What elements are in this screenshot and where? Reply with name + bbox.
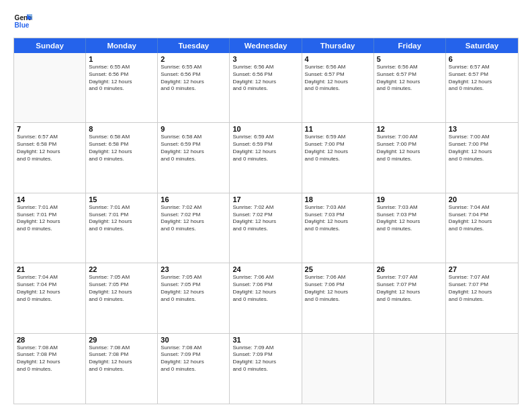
day-number: 6	[449, 55, 515, 63]
calendar-day-cell: 19Sunrise: 7:03 AM Sunset: 7:03 PM Dayli…	[374, 193, 446, 263]
day-info: Sunrise: 7:08 AM Sunset: 7:09 PM Dayligh…	[161, 345, 226, 373]
day-info: Sunrise: 7:07 AM Sunset: 7:07 PM Dayligh…	[449, 274, 515, 303]
day-number: 25	[305, 265, 371, 273]
day-info: Sunrise: 7:02 AM Sunset: 7:02 PM Dayligh…	[232, 204, 298, 233]
day-number: 26	[377, 265, 443, 273]
calendar-day-cell: 1Sunrise: 6:55 AM Sunset: 6:56 PM Daylig…	[86, 53, 158, 122]
day-of-week-header: Friday	[374, 38, 446, 53]
calendar-day-cell: 23Sunrise: 7:05 AM Sunset: 7:05 PM Dayli…	[158, 263, 230, 332]
day-number: 12	[377, 125, 443, 133]
day-info: Sunrise: 6:55 AM Sunset: 6:56 PM Dayligh…	[89, 64, 154, 93]
day-info: Sunrise: 6:56 AM Sunset: 6:57 PM Dayligh…	[377, 64, 443, 93]
day-number: 28	[17, 336, 83, 344]
day-number: 31	[232, 336, 298, 344]
calendar-day-cell: 11Sunrise: 6:59 AM Sunset: 7:00 PM Dayli…	[302, 123, 374, 192]
calendar-day-cell: 24Sunrise: 7:06 AM Sunset: 7:06 PM Dayli…	[230, 263, 302, 332]
day-number: 18	[305, 195, 371, 203]
calendar-day-cell: 26Sunrise: 7:07 AM Sunset: 7:07 PM Dayli…	[374, 263, 446, 332]
calendar-week-row: 21Sunrise: 7:04 AM Sunset: 7:04 PM Dayli…	[14, 263, 518, 333]
day-number: 16	[161, 195, 226, 203]
calendar-day-cell: 3Sunrise: 6:56 AM Sunset: 6:56 PM Daylig…	[230, 53, 302, 122]
calendar-header: SundayMondayTuesdayWednesdayThursdayFrid…	[14, 38, 518, 53]
day-number: 8	[89, 125, 154, 133]
day-info: Sunrise: 6:59 AM Sunset: 6:59 PM Dayligh…	[232, 134, 298, 163]
day-info: Sunrise: 7:03 AM Sunset: 7:03 PM Dayligh…	[305, 204, 371, 233]
logo: General Blue	[13, 12, 32, 31]
day-number: 4	[305, 55, 371, 63]
day-number: 15	[89, 195, 154, 203]
day-number: 20	[449, 195, 515, 203]
svg-text:Blue: Blue	[15, 21, 30, 29]
day-info: Sunrise: 7:03 AM Sunset: 7:03 PM Dayligh…	[377, 204, 443, 233]
day-number: 10	[232, 125, 298, 133]
day-number: 21	[17, 265, 83, 273]
day-number: 5	[377, 55, 443, 63]
day-number: 19	[377, 195, 443, 203]
day-number: 17	[232, 195, 298, 203]
day-info: Sunrise: 7:08 AM Sunset: 7:08 PM Dayligh…	[17, 345, 83, 373]
calendar-day-cell: 16Sunrise: 7:02 AM Sunset: 7:02 PM Dayli…	[158, 193, 230, 263]
day-info: Sunrise: 7:00 AM Sunset: 7:00 PM Dayligh…	[449, 134, 515, 163]
day-info: Sunrise: 7:06 AM Sunset: 7:06 PM Dayligh…	[305, 274, 371, 303]
day-info: Sunrise: 6:56 AM Sunset: 6:56 PM Dayligh…	[232, 64, 298, 93]
day-info: Sunrise: 7:05 AM Sunset: 7:05 PM Dayligh…	[89, 274, 154, 303]
calendar-day-cell: 8Sunrise: 6:58 AM Sunset: 6:58 PM Daylig…	[86, 123, 158, 192]
day-info: Sunrise: 7:04 AM Sunset: 7:04 PM Dayligh…	[449, 204, 515, 233]
day-number: 27	[449, 265, 515, 273]
calendar-empty-cell	[374, 334, 446, 404]
calendar-week-row: 1Sunrise: 6:55 AM Sunset: 6:56 PM Daylig…	[14, 53, 518, 123]
day-of-week-header: Tuesday	[158, 38, 230, 53]
calendar-day-cell: 20Sunrise: 7:04 AM Sunset: 7:04 PM Dayli…	[446, 193, 518, 263]
header: General Blue	[13, 12, 519, 31]
day-number: 1	[89, 55, 154, 63]
day-info: Sunrise: 6:57 AM Sunset: 6:57 PM Dayligh…	[449, 64, 515, 93]
day-number: 9	[161, 125, 226, 133]
calendar-week-row: 28Sunrise: 7:08 AM Sunset: 7:08 PM Dayli…	[14, 334, 518, 404]
day-info: Sunrise: 7:02 AM Sunset: 7:02 PM Dayligh…	[161, 204, 226, 233]
day-number: 29	[89, 336, 154, 344]
day-of-week-header: Sunday	[14, 38, 86, 53]
calendar-day-cell: 4Sunrise: 6:56 AM Sunset: 6:57 PM Daylig…	[302, 53, 374, 122]
logo-icon: General Blue	[13, 12, 32, 31]
day-number: 3	[232, 55, 298, 63]
day-info: Sunrise: 7:08 AM Sunset: 7:08 PM Dayligh…	[89, 345, 154, 373]
day-number: 11	[305, 125, 371, 133]
calendar-empty-cell	[302, 334, 374, 404]
calendar-day-cell: 13Sunrise: 7:00 AM Sunset: 7:00 PM Dayli…	[446, 123, 518, 192]
calendar-empty-cell	[14, 53, 86, 122]
day-of-week-header: Saturday	[446, 38, 518, 53]
calendar-day-cell: 28Sunrise: 7:08 AM Sunset: 7:08 PM Dayli…	[14, 334, 86, 404]
day-of-week-header: Thursday	[302, 38, 374, 53]
day-number: 2	[161, 55, 226, 63]
calendar-day-cell: 22Sunrise: 7:05 AM Sunset: 7:05 PM Dayli…	[86, 263, 158, 332]
day-number: 22	[89, 265, 154, 273]
calendar-day-cell: 6Sunrise: 6:57 AM Sunset: 6:57 PM Daylig…	[446, 53, 518, 122]
calendar-day-cell: 18Sunrise: 7:03 AM Sunset: 7:03 PM Dayli…	[302, 193, 374, 263]
day-info: Sunrise: 7:07 AM Sunset: 7:07 PM Dayligh…	[377, 274, 443, 303]
calendar-day-cell: 17Sunrise: 7:02 AM Sunset: 7:02 PM Dayli…	[230, 193, 302, 263]
calendar-empty-cell	[446, 334, 518, 404]
calendar-day-cell: 12Sunrise: 7:00 AM Sunset: 7:00 PM Dayli…	[374, 123, 446, 192]
day-number: 23	[161, 265, 226, 273]
day-info: Sunrise: 7:00 AM Sunset: 7:00 PM Dayligh…	[377, 134, 443, 163]
day-info: Sunrise: 7:05 AM Sunset: 7:05 PM Dayligh…	[161, 274, 226, 303]
calendar-day-cell: 14Sunrise: 7:01 AM Sunset: 7:01 PM Dayli…	[14, 193, 86, 263]
day-number: 14	[17, 195, 83, 203]
calendar-day-cell: 30Sunrise: 7:08 AM Sunset: 7:09 PM Dayli…	[158, 334, 230, 404]
day-info: Sunrise: 7:06 AM Sunset: 7:06 PM Dayligh…	[232, 274, 298, 303]
calendar-day-cell: 9Sunrise: 6:58 AM Sunset: 6:59 PM Daylig…	[158, 123, 230, 192]
calendar-week-row: 7Sunrise: 6:57 AM Sunset: 6:58 PM Daylig…	[14, 123, 518, 193]
calendar-day-cell: 27Sunrise: 7:07 AM Sunset: 7:07 PM Dayli…	[446, 263, 518, 332]
day-of-week-header: Wednesday	[230, 38, 302, 53]
day-number: 13	[449, 125, 515, 133]
calendar-day-cell: 25Sunrise: 7:06 AM Sunset: 7:06 PM Dayli…	[302, 263, 374, 332]
day-info: Sunrise: 7:01 AM Sunset: 7:01 PM Dayligh…	[89, 204, 154, 233]
day-of-week-header: Monday	[86, 38, 158, 53]
day-info: Sunrise: 6:57 AM Sunset: 6:58 PM Dayligh…	[17, 134, 83, 163]
calendar-day-cell: 31Sunrise: 7:09 AM Sunset: 7:09 PM Dayli…	[230, 334, 302, 404]
calendar-day-cell: 21Sunrise: 7:04 AM Sunset: 7:04 PM Dayli…	[14, 263, 86, 332]
day-info: Sunrise: 6:59 AM Sunset: 7:00 PM Dayligh…	[305, 134, 371, 163]
day-info: Sunrise: 7:04 AM Sunset: 7:04 PM Dayligh…	[17, 274, 83, 303]
page: General Blue SundayMondayTuesdayWednesda…	[0, 0, 532, 411]
calendar-day-cell: 2Sunrise: 6:55 AM Sunset: 6:56 PM Daylig…	[158, 53, 230, 122]
